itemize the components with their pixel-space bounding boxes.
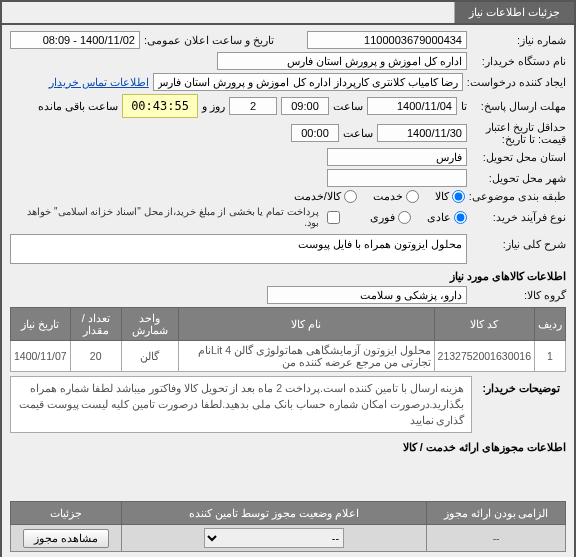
cell-unit: گالن xyxy=(121,341,178,372)
need-desc-label: شرح کلی نیاز: xyxy=(471,234,566,251)
buyer-org-field xyxy=(217,52,467,70)
days-label: روز و xyxy=(202,100,225,113)
countdown-timer: 00:43:55 xyxy=(122,94,198,118)
delivery-province-field xyxy=(327,148,467,166)
th-date: تاریخ نیاز xyxy=(11,308,71,341)
buyer-notes-cell: هزینه ارسال با تامین کننده است.پرداخت 2 … xyxy=(11,377,472,433)
radio-goods-label: کالا xyxy=(435,190,449,203)
details-cell: مشاهده مجوز xyxy=(11,525,122,552)
th-row: ردیف xyxy=(535,308,566,341)
items-header: اطلاعات کالاهای مورد نیاز xyxy=(10,270,566,283)
need-no-label: شماره نیاز: xyxy=(471,34,566,47)
table-row: 1 2132752001630016 محلول ایزوتون آزمایشگ… xyxy=(11,341,566,372)
announce-field xyxy=(10,31,140,49)
reply-time-field xyxy=(281,97,329,115)
valid-time-field xyxy=(291,124,339,142)
license-table: الزامی بودن ارائه مجوز اعلام وضعیت مجوز … xyxy=(10,501,566,552)
group-label: گروه کالا: xyxy=(471,289,566,302)
requester-label: ایجاد کننده درخواست: xyxy=(467,76,566,89)
radio-normal[interactable] xyxy=(454,211,467,224)
radio-service[interactable] xyxy=(406,190,419,203)
items-table: ردیف کد کالا نام کالا واحد شمارش تعداد /… xyxy=(10,307,566,372)
remain-label: ساعت باقی مانده xyxy=(38,100,118,113)
buyer-org-label: نام دستگاه خریدار: xyxy=(471,55,566,68)
requester-field xyxy=(153,73,463,91)
license-row: -- -- مشاهده مجوز xyxy=(11,525,566,552)
radio-urgent-label: فوری xyxy=(370,211,395,224)
cell-code: 2132752001630016 xyxy=(434,341,534,372)
delivery-city-label: شهر محل تحویل: xyxy=(471,172,566,185)
status-select[interactable]: -- xyxy=(204,528,344,548)
th-unit: واحد شمارش xyxy=(121,308,178,341)
time-label-2: ساعت xyxy=(343,127,373,140)
cell-idx: 1 xyxy=(535,341,566,372)
valid-date-field xyxy=(377,124,467,142)
need-no-field xyxy=(307,31,467,49)
tab-need-details[interactable]: جزئیات اطلاعات نیاز xyxy=(454,2,574,23)
view-license-button[interactable]: مشاهده مجوز xyxy=(23,529,109,548)
reply-date-field xyxy=(367,97,457,115)
cell-name: محلول ایزوتون آزمایشگاهی هماتولوژی گالن … xyxy=(178,341,434,372)
cell-qty: 20 xyxy=(70,341,121,372)
mandatory-cell: -- xyxy=(427,525,566,552)
buyer-notes-label: توضیحات خریدار: xyxy=(471,377,566,433)
days-field xyxy=(229,97,277,115)
license-header: اطلاعات مجوزهای ارائه خدمت / کالا xyxy=(10,441,566,454)
radio-goods[interactable] xyxy=(452,190,465,203)
cell-date: 1400/11/07 xyxy=(11,341,71,372)
process-type-label: نوع فرآیند خرید: xyxy=(471,211,566,224)
radio-both[interactable] xyxy=(344,190,357,203)
need-desc-field: محلول ایزوتون همراه با فایل پیوست xyxy=(10,234,467,264)
th-name: نام کالا xyxy=(178,308,434,341)
th-qty: تعداد / مقدار xyxy=(70,308,121,341)
subject-class-label: طبقه بندی موضوعی: xyxy=(469,190,566,203)
details-window: جزئیات اطلاعات نیاز شماره نیاز: تاریخ و … xyxy=(0,0,576,557)
reply-due-to: تا xyxy=(461,100,467,113)
form-body: شماره نیاز: تاریخ و ساعت اعلان عمومی: نا… xyxy=(2,25,574,557)
bth-status: اعلام وضعیت مجوز توسط تامین کننده xyxy=(122,502,427,525)
radio-normal-label: عادی xyxy=(427,211,451,224)
th-code: کد کالا xyxy=(434,308,534,341)
delivery-province-label: استان محل تحویل: xyxy=(471,151,566,164)
bth-mandatory: الزامی بودن ارائه مجوز xyxy=(427,502,566,525)
announce-label: تاریخ و ساعت اعلان عمومی: xyxy=(144,34,274,47)
valid-label: حداقل تاریخ اعتبارقیمت: تا تاریخ: xyxy=(471,121,566,145)
delivery-city-field xyxy=(327,169,467,187)
bth-details: جزئیات xyxy=(11,502,122,525)
radio-both-label: کالا/خدمت xyxy=(294,190,341,203)
notes-table: توضیحات خریدار: هزینه ارسال با تامین کنن… xyxy=(10,376,566,433)
radio-service-label: خدمت xyxy=(373,190,403,203)
tab-bar: جزئیات اطلاعات نیاز xyxy=(2,2,574,25)
status-cell: -- xyxy=(122,525,427,552)
treasury-checkbox[interactable] xyxy=(327,211,340,224)
contact-link[interactable]: اطلاعات تماس خریدار xyxy=(49,76,149,89)
radio-urgent[interactable] xyxy=(398,211,411,224)
group-field xyxy=(267,286,467,304)
time-label-1: ساعت xyxy=(333,100,363,113)
treasury-note: پرداخت تمام یا بخشی از مبلغ خرید،از محل … xyxy=(10,206,319,228)
reply-due-label: مهلت ارسال پاسخ: xyxy=(471,100,566,113)
